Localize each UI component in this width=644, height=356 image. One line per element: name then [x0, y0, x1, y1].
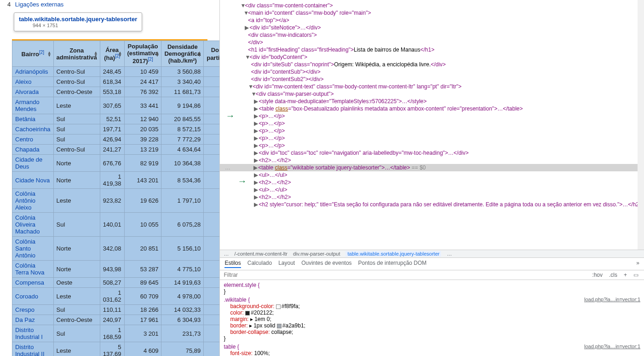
- hov-button[interactable]: :hov: [590, 272, 604, 278]
- bairro-link[interactable]: Crespo: [12, 305, 54, 315]
- toc-link[interactable]: Ligações externas: [15, 1, 64, 8]
- col-zona[interactable]: Zonaadministrativa▲▼: [53, 41, 100, 67]
- area-cell: 1 419,38: [100, 172, 124, 189]
- dens-cell: 6 075,28: [161, 213, 204, 237]
- sort-icon[interactable]: ▲▼: [94, 51, 98, 57]
- device-icon[interactable]: ▭: [632, 272, 640, 278]
- more-icon[interactable]: »: [636, 260, 639, 268]
- area-cell: 943,98: [100, 261, 124, 278]
- pop-cell: 60 709: [124, 288, 161, 305]
- col-area[interactable]: Área(ha)[2]▲▼: [100, 41, 124, 67]
- col-dens[interactable]: Densidade Demográfica(hab./km²)▲▼: [161, 41, 204, 67]
- element-tooltip: table.wikitable.sortable.jquery-tablesor…: [14, 12, 142, 31]
- zone-cell: Sul: [53, 124, 100, 134]
- zone-cell: Centro-Sul: [53, 67, 100, 77]
- bairro-link[interactable]: Cachoeirinha: [12, 124, 54, 134]
- table-row: Colônia Santo AntônioNorte342,0820 8515 …: [12, 237, 220, 261]
- tab-pontos[interactable]: Pontos de interrupção DOM: [358, 260, 427, 268]
- source-link[interactable]: load.php?la…in=vector:1: [584, 297, 640, 302]
- zone-cell: Norte: [53, 261, 100, 278]
- tab-estilos[interactable]: Estilos: [224, 260, 241, 268]
- pop-cell: 53 287: [124, 261, 161, 278]
- tab-calculado[interactable]: Calculado: [247, 260, 272, 268]
- table-row: Colônia Antônio AleixoLeste923,8219 6261…: [12, 189, 220, 213]
- table-row: Distrito Industrial ISul1 168,593 201231…: [12, 325, 220, 342]
- cls-button[interactable]: .cls: [607, 272, 619, 278]
- bairro-link[interactable]: Betânia: [12, 114, 54, 124]
- sort-icon[interactable]: ▲▼: [155, 51, 160, 57]
- bc-item-active[interactable]: table.wikitable.sortable.jquery-tablesor…: [345, 251, 441, 257]
- table-row: AleixoCentro-Sul618,3424 4173 340,406 10…: [12, 77, 220, 87]
- bc-item[interactable]: div.mw-parser-output: [293, 251, 340, 257]
- bairro-link[interactable]: Coroado: [12, 288, 54, 305]
- table-row: AlvoradaCentro-Oeste553,1876 39211 681,7…: [12, 87, 220, 97]
- bairro-link[interactable]: Adrianópolis: [12, 67, 54, 77]
- dom-cell: 34 239: [204, 172, 220, 189]
- area-cell: 241,27: [100, 145, 124, 155]
- bairro-link[interactable]: Chapada: [12, 145, 54, 155]
- dom-cell: 1 263: [204, 342, 220, 356]
- pop-cell: 24 417: [124, 77, 161, 87]
- bairro-link[interactable]: Cidade de Deus: [12, 155, 54, 172]
- sort-icon[interactable]: ▲▼: [118, 51, 122, 57]
- dom-cell: 10 828: [204, 134, 220, 145]
- area-cell: 1 168,59: [100, 325, 124, 342]
- bairro-link[interactable]: Alvorada: [12, 87, 54, 97]
- table-row: CrespoSul110,1118 26614 032,334 312: [12, 305, 220, 315]
- filter-input[interactable]: [224, 272, 587, 278]
- selected-element[interactable]: … ▶<table class="wikitable sortable jque…: [220, 164, 644, 171]
- bairro-link[interactable]: Armando Mendes: [12, 97, 54, 114]
- tooltip-dimensions: 944 × 1751: [33, 23, 137, 28]
- table-row: Armando MendesLeste307,6533 4419 194,867…: [12, 97, 220, 114]
- bairro-link[interactable]: Distrito Industrial II: [12, 342, 54, 356]
- bairros-table[interactable]: Bairro[2]▲▼ Zonaadministrativa▲▼ Área(ha…: [12, 41, 219, 356]
- sort-icon[interactable]: ▲▼: [47, 51, 52, 57]
- styles-tabs: Estilos Calculado Layout Ouvintes de eve…: [220, 258, 644, 270]
- area-cell: 110,11: [100, 305, 124, 315]
- breadcrumb-bar[interactable]: … /-content.mw-content-ltr div.mw-parser…: [220, 250, 644, 258]
- source-link[interactable]: load.php?la…in=vector:1: [584, 344, 640, 349]
- area-cell: 426,94: [100, 134, 124, 145]
- bairro-link[interactable]: Colônia Oliveira Machado: [12, 213, 54, 237]
- bairro-link[interactable]: Centro: [12, 134, 54, 145]
- bairro-link[interactable]: Compensa: [12, 278, 54, 288]
- toc-item[interactable]: 4 Ligações externas: [0, 0, 219, 9]
- bc-ellipsis[interactable]: …: [224, 251, 229, 257]
- bairro-link[interactable]: Colônia Santo Antônio: [12, 237, 54, 261]
- col-bairro[interactable]: Bairro[2]▲▼: [12, 41, 54, 67]
- dens-cell: 10 364,38: [161, 155, 204, 172]
- bairro-link[interactable]: Colônia Antônio Aleixo: [12, 189, 54, 213]
- toc-number: 4: [7, 1, 11, 8]
- dens-cell: 231,73: [161, 325, 204, 342]
- table-row: Colônia Terra NovaNorte943,9853 2874 775…: [12, 261, 220, 278]
- dom-cell: 812: [204, 325, 220, 342]
- bc-item[interactable]: /-content.mw-content-ltr: [234, 251, 288, 257]
- dom-cell: 12 778: [204, 261, 220, 278]
- styles-pane[interactable]: element.style { } load.php?la…in=vector:…: [220, 280, 644, 356]
- bairro-link[interactable]: Aleixo: [12, 77, 54, 87]
- bc-ellipsis[interactable]: …: [447, 251, 452, 257]
- dens-cell: 4 775,10: [161, 261, 204, 278]
- area-cell: 923,82: [100, 189, 124, 213]
- col-dom[interactable]: Domicíliosparticulares[2]▲▼: [204, 41, 220, 67]
- table-row: Da PazCentro-Oeste240,9717 9616 304,934 …: [12, 315, 220, 325]
- bairro-link[interactable]: Cidade Nova: [12, 172, 54, 189]
- bairro-link[interactable]: Da Paz: [12, 315, 54, 325]
- dens-cell: 6 304,93: [161, 315, 204, 325]
- zone-cell: Leste: [53, 97, 100, 114]
- tab-ouvintes[interactable]: Ouvintes de eventos: [301, 260, 351, 268]
- pop-cell: 33 441: [124, 97, 161, 114]
- elements-tree[interactable]: → → ▼<div class="mw-content-container"> …: [220, 0, 644, 250]
- add-rule-button[interactable]: +: [622, 272, 629, 278]
- sort-icon[interactable]: ▲▼: [197, 51, 201, 57]
- col-pop[interactable]: População(estimativa 2017)[2]▲▼: [124, 41, 161, 67]
- dens-cell: 1 797,10: [161, 189, 204, 213]
- bairro-link[interactable]: Colônia Terra Nova: [12, 261, 54, 278]
- scrollbar[interactable]: [638, 0, 644, 250]
- tab-layout[interactable]: Layout: [278, 260, 295, 268]
- zone-cell: Leste: [53, 342, 100, 356]
- area-cell: 197,71: [100, 124, 124, 134]
- bairro-link[interactable]: Distrito Industrial I: [12, 325, 54, 342]
- dom-cell: 5 112: [204, 237, 220, 261]
- zone-cell: Oeste: [53, 278, 100, 288]
